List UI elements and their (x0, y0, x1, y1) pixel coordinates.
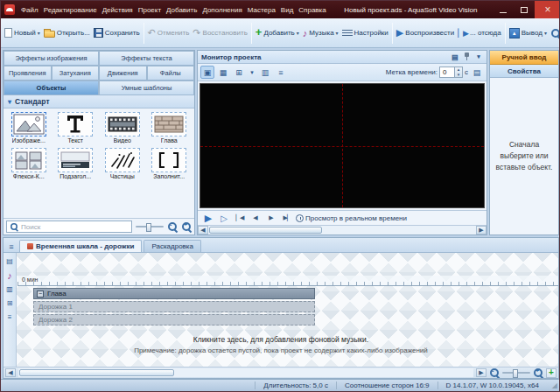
timeline-ruler[interactable]: 0 мин (18, 276, 558, 286)
go-end-button[interactable] (280, 212, 294, 225)
scroll-right-icon[interactable] (476, 226, 486, 234)
scroll-right-icon[interactable] (476, 368, 486, 377)
toolbox-item-image[interactable]: Изображе... (5, 111, 52, 144)
menu-item-add[interactable]: Добавить (164, 4, 200, 17)
play-from-cursor-button[interactable] (217, 212, 231, 225)
video-track-icon[interactable] (4, 284, 16, 295)
timeline-zoom-slider[interactable] (502, 368, 530, 377)
menu-item-addons[interactable]: Дополнения (200, 4, 244, 17)
tab-fade-out[interactable]: Затухания (52, 66, 100, 80)
tab-text-effects[interactable]: Эффекты текста (99, 51, 194, 66)
menu-item-wizards[interactable]: Мастера (245, 4, 278, 17)
realtime-preview-label[interactable]: Просмотр в реальном времени (305, 214, 407, 222)
add-object-button[interactable] (546, 368, 556, 378)
tab-timeline-tracks[interactable]: Временная шкала - дорожки (19, 240, 142, 252)
menu-item-file[interactable]: Файл (18, 4, 41, 17)
section-header-standard[interactable]: Стандарт (4, 95, 194, 108)
play-button[interactable]: Воспроизвести (395, 24, 456, 41)
track-options-icon[interactable] (4, 312, 16, 323)
search-button[interactable]: Поиск (549, 25, 560, 41)
chapter-track-icon[interactable] (4, 298, 16, 309)
app-logo-icon (4, 4, 15, 15)
output-button[interactable]: Вывод (508, 25, 549, 41)
thumbnail-size-slider[interactable] (136, 222, 164, 231)
previous-frame-button[interactable] (248, 212, 262, 225)
scroll-left-icon[interactable] (198, 226, 208, 234)
scroll-left-icon[interactable] (5, 368, 16, 377)
track-row-1[interactable]: Дорожка 1 (33, 301, 315, 312)
toolbox-item-flexi-collage[interactable]: Флекси-К... (5, 147, 52, 180)
spinner-down-icon[interactable] (455, 73, 462, 78)
music-button[interactable]: Музыка (301, 25, 340, 41)
monitor-extra-icon[interactable] (470, 66, 484, 79)
tab-objects[interactable]: Объекты (4, 80, 99, 95)
zoom-out-icon[interactable] (167, 221, 178, 232)
toolbox-item-particles[interactable]: Частицы (99, 147, 146, 180)
view-options-chevron-icon[interactable] (248, 66, 256, 79)
menu-item-help[interactable]: Справка (296, 4, 328, 17)
tab-properties[interactable]: Свойства (490, 65, 558, 78)
undo-button[interactable]: Отменить (146, 24, 192, 41)
chapter-track-bar[interactable]: Глава (33, 288, 315, 299)
play-from-here-button[interactable]: ... отсюда (456, 26, 503, 40)
search-input[interactable] (21, 223, 130, 231)
track-row-2[interactable]: Дорожка 2 (33, 314, 315, 326)
toolbox-tabrow-1: Эффекты изображения Эффекты текста (4, 51, 194, 66)
toolbox-panel: Эффекты изображения Эффекты текста Прояв… (3, 50, 195, 235)
menu-item-edit[interactable]: Редактирование (41, 4, 100, 17)
settings-button[interactable]: Настройки (340, 25, 390, 40)
maximize-button[interactable] (514, 1, 535, 18)
tab-manual-input[interactable]: Ручной ввод (490, 51, 558, 65)
add-track-icon[interactable] (4, 256, 16, 267)
menu-item-actions[interactable]: Действия (100, 4, 136, 17)
scrollbar-thumb[interactable] (209, 227, 322, 234)
zoom-in-icon[interactable] (181, 221, 192, 232)
resize-grip[interactable] (547, 382, 559, 389)
tab-files[interactable]: Файлы (147, 66, 195, 80)
tab-image-effects[interactable]: Эффекты изображения (4, 51, 99, 66)
item-label: Текст (67, 137, 83, 144)
timeline-zoom-out-icon[interactable] (489, 368, 500, 378)
safe-area-icon[interactable] (258, 66, 272, 79)
preview-play-button[interactable] (201, 212, 215, 225)
background-music-hint[interactable]: Кликните здесь, для добавления фоновой м… (4, 335, 558, 344)
redo-button[interactable]: Восстановить (191, 24, 248, 41)
tab-smart-templates[interactable]: Умные шаблоны (99, 80, 194, 95)
collapse-icon[interactable] (37, 290, 44, 298)
timeline-menu-icon[interactable] (5, 241, 18, 252)
toolbox-item-subtitle[interactable]: Подзагол... (52, 147, 100, 180)
timeline-zoom-in-icon[interactable] (533, 368, 543, 378)
chevron-down-icon[interactable] (474, 52, 483, 62)
tab-storyboard[interactable]: Раскадровка (144, 240, 201, 252)
scrollbar-track[interactable] (208, 226, 476, 234)
snap-toggle-icon[interactable] (232, 66, 246, 79)
dock-options-icon[interactable] (450, 52, 460, 62)
new-button[interactable]: Новый (3, 25, 42, 40)
chevron-down-icon (336, 29, 339, 37)
go-start-button[interactable] (233, 212, 247, 225)
search-field[interactable] (6, 220, 132, 233)
music-track-icon[interactable] (4, 270, 16, 281)
tab-fade-in[interactable]: Проявления (4, 66, 52, 80)
menu-item-project[interactable]: Проект (136, 4, 164, 17)
add-button[interactable]: Добавить (254, 25, 301, 40)
save-button[interactable]: Сохранить (92, 25, 142, 40)
timecode-spinner[interactable]: 0 (439, 66, 463, 78)
preview-mode-icon[interactable] (200, 66, 214, 79)
guides-icon[interactable] (274, 66, 288, 79)
tab-motions[interactable]: Движения (99, 66, 147, 80)
next-frame-button[interactable] (264, 212, 278, 225)
timeline-scrollbar-track[interactable] (18, 368, 473, 377)
toolbox-item-placeholder[interactable]: Заполнит... (146, 147, 193, 180)
grid-toggle-icon[interactable] (216, 66, 230, 79)
timeline-scrollbar-thumb[interactable] (19, 369, 174, 376)
close-button[interactable] (535, 1, 560, 18)
menu-item-view[interactable]: Вид (278, 4, 296, 17)
toolbox-item-text[interactable]: Текст (52, 111, 100, 144)
toolbox-item-video[interactable]: Видео (99, 111, 146, 144)
minimize-button[interactable] (493, 1, 514, 18)
monitor-header: Монитор проекта (198, 51, 486, 64)
open-button[interactable]: Открыть... (42, 25, 92, 40)
pin-icon[interactable] (464, 52, 471, 61)
toolbox-item-chapter[interactable]: Глава (146, 111, 193, 144)
